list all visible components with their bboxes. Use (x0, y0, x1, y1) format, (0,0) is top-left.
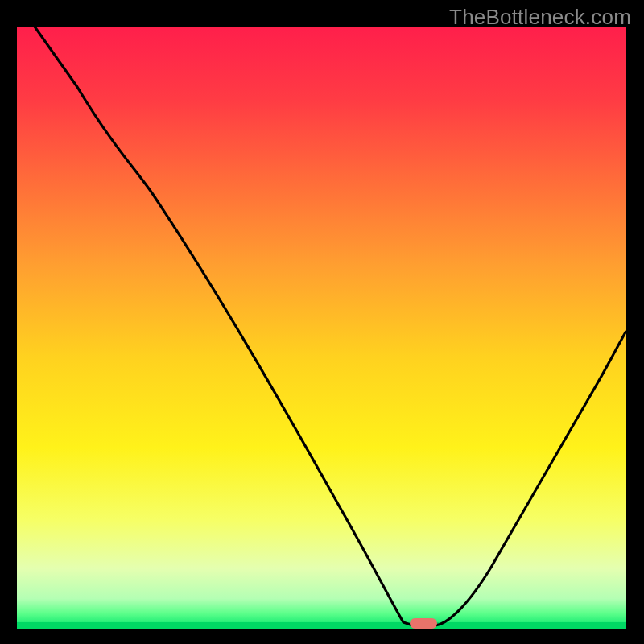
chart-frame (17, 27, 626, 629)
optimal-marker (410, 618, 437, 629)
baseline-strip (17, 622, 626, 629)
watermark-text: TheBottleneck.com (449, 5, 631, 30)
bottleneck-chart (17, 27, 626, 629)
gradient-background (17, 27, 626, 629)
